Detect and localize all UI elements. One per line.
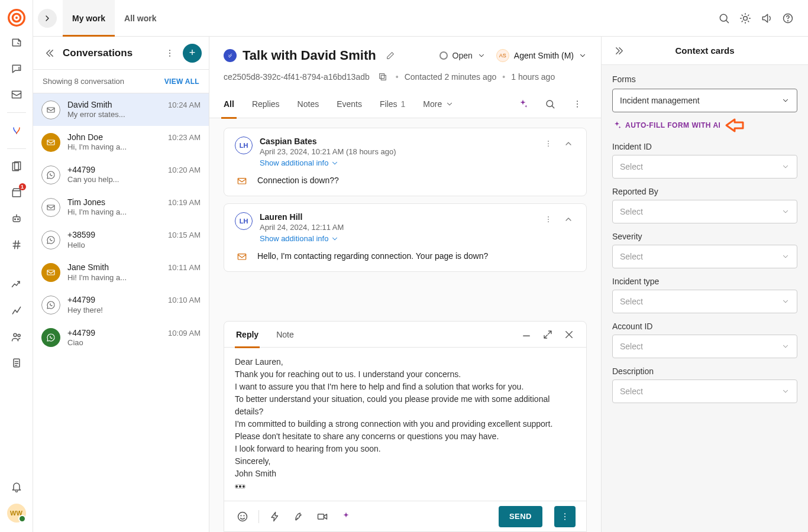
channel-icon xyxy=(41,166,60,184)
rail-app-icon[interactable] xyxy=(5,119,28,142)
theme-icon[interactable] xyxy=(735,8,756,29)
message-time: April 23, 2024, 10:21 AM (18 hours ago) xyxy=(260,147,534,156)
collapse-message-icon[interactable] xyxy=(561,137,576,151)
svg-point-3 xyxy=(18,67,19,68)
conversation-time: 10:10 AM xyxy=(168,296,201,304)
field-select[interactable]: Select xyxy=(612,245,797,268)
video-icon[interactable] xyxy=(315,509,330,524)
svg-point-19 xyxy=(169,50,170,51)
tab-my-work[interactable]: My work xyxy=(63,0,115,37)
expand-icon[interactable] xyxy=(541,328,554,341)
conversation-name: +44799 xyxy=(67,294,161,305)
rail-docs-icon[interactable] xyxy=(5,155,28,179)
compose-textarea[interactable]: Dear Lauren,Thank you for reaching out t… xyxy=(224,348,586,501)
autofill-ai-button[interactable]: AUTO-FILL FORM WITH AI xyxy=(612,121,720,130)
add-conversation-button[interactable]: + xyxy=(183,44,202,63)
tab-notes[interactable]: Notes xyxy=(298,90,319,118)
send-button[interactable]: SEND xyxy=(499,506,542,527)
conversation-item[interactable]: +44799 Can you help... 10:20 AM xyxy=(33,158,209,191)
sender-name: Caspian Bates xyxy=(260,137,534,146)
field-select[interactable]: Select xyxy=(612,155,797,179)
svg-point-30 xyxy=(577,103,578,105)
help-icon[interactable] xyxy=(777,8,799,29)
tab-more[interactable]: More xyxy=(423,90,454,118)
tab-replies[interactable]: Replies xyxy=(252,90,280,118)
rail-badge: 1 xyxy=(19,183,26,190)
svg-point-21 xyxy=(169,55,170,56)
more-icon[interactable] xyxy=(163,46,177,60)
send-more-button[interactable] xyxy=(554,506,576,527)
close-icon[interactable] xyxy=(563,328,576,341)
search-icon[interactable] xyxy=(713,8,735,29)
conversation-item[interactable]: +44799 Hey there! 10:10 AM xyxy=(33,288,209,321)
rail-send-icon[interactable] xyxy=(5,83,28,106)
rail-people-icon[interactable] xyxy=(5,325,28,349)
status-select[interactable]: Open xyxy=(439,51,486,60)
svg-rect-24 xyxy=(47,205,54,210)
thread-more-icon[interactable] xyxy=(568,95,587,113)
svg-rect-26 xyxy=(381,75,386,80)
rail-inbox-icon[interactable] xyxy=(5,31,28,54)
compose-tab-note[interactable]: Note xyxy=(275,322,295,348)
message-more-icon[interactable] xyxy=(541,212,555,226)
conversation-preview: Ciao xyxy=(67,338,161,348)
rail-chat-icon[interactable] xyxy=(5,57,28,80)
field-select[interactable]: Select xyxy=(612,335,797,358)
rail-bell-icon[interactable] xyxy=(5,475,28,499)
tab-files[interactable]: Files1 xyxy=(380,90,405,118)
ai-sparkle-icon[interactable] xyxy=(513,95,532,113)
emoji-icon[interactable] xyxy=(235,509,250,524)
minimize-icon[interactable] xyxy=(520,328,533,341)
message-body: Hello, I'm contacting regarding connecti… xyxy=(257,251,488,261)
user-avatar[interactable]: WW xyxy=(7,504,26,523)
field-select[interactable]: Select xyxy=(612,379,797,403)
show-additional-link[interactable]: Show additional info xyxy=(260,158,339,167)
channel-icon xyxy=(41,100,60,119)
conversation-item[interactable]: +38599 Hello 10:15 AM xyxy=(33,223,209,256)
conversation-item[interactable]: David Smith My error states... 10:24 AM xyxy=(33,93,209,126)
message-more-icon[interactable] xyxy=(541,137,555,151)
field-label: Description xyxy=(612,366,797,376)
rail-analytics-icon[interactable] xyxy=(5,299,28,323)
tab-all[interactable]: All xyxy=(224,90,234,118)
rail-hash-icon[interactable] xyxy=(5,233,28,257)
collapse-message-icon[interactable] xyxy=(561,212,576,226)
svg-point-16 xyxy=(744,16,748,20)
svg-point-45 xyxy=(241,515,241,515)
sound-icon[interactable] xyxy=(756,8,777,29)
search-thread-icon[interactable] xyxy=(541,95,560,113)
rail-trend-icon[interactable] xyxy=(5,273,28,297)
rail-archive-icon[interactable]: 1 xyxy=(5,181,28,205)
svg-point-29 xyxy=(577,100,578,102)
field-select[interactable]: Select xyxy=(612,290,797,313)
svg-rect-23 xyxy=(47,140,54,145)
tab-events[interactable]: Events xyxy=(337,90,362,118)
mail-icon xyxy=(235,176,249,187)
tab-all-work[interactable]: All work xyxy=(115,0,166,37)
conversation-item[interactable]: John Doe Hi, I'm having a... 10:23 AM xyxy=(33,126,209,158)
conversation-item[interactable]: +44799 Ciao 10:09 AM xyxy=(33,322,209,354)
view-all-link[interactable]: VIEW ALL xyxy=(164,77,199,86)
field-select[interactable]: Select xyxy=(612,200,797,223)
context-collapse-icon[interactable] xyxy=(612,44,626,58)
copy-icon[interactable] xyxy=(376,70,390,84)
forms-label: Forms xyxy=(612,74,797,84)
rail-bot-icon[interactable] xyxy=(5,207,28,231)
ai-compose-icon[interactable] xyxy=(338,509,354,524)
sender-avatar: LH xyxy=(235,137,253,154)
show-additional-link[interactable]: Show additional info xyxy=(260,234,339,243)
rocket-icon[interactable] xyxy=(291,509,306,524)
back-icon[interactable] xyxy=(43,46,57,60)
rail-doc-icon[interactable] xyxy=(5,351,28,375)
nav-rail: 1 WW xyxy=(0,0,33,532)
compose-tab-reply[interactable]: Reply xyxy=(235,322,260,348)
sidebar-toggle[interactable] xyxy=(38,9,57,28)
quick-icon[interactable] xyxy=(267,509,283,524)
edit-title-button[interactable] xyxy=(382,47,399,64)
conversation-name: David Smith xyxy=(67,99,161,110)
conversation-item[interactable]: Jane Smith Hi! I'm having a... 10:11 AM xyxy=(33,256,209,288)
conversation-item[interactable]: Tim Jones Hi, I'm having a... 10:19 AM xyxy=(33,191,209,223)
form-type-select[interactable]: Incident management xyxy=(612,89,797,112)
agent-select[interactable]: AS Agent Smith (M) xyxy=(496,49,587,62)
message-time: April 24, 2024, 12:11 AM xyxy=(260,223,534,232)
